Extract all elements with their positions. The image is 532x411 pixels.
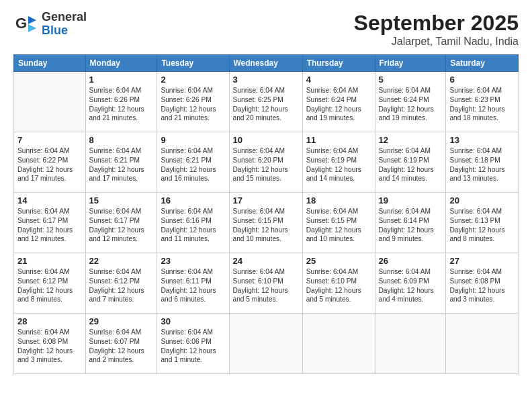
day-detail: Sunrise: 6:04 AM Sunset: 6:09 PM Dayligh… — [379, 267, 443, 304]
day-detail: Sunrise: 6:04 AM Sunset: 6:21 PM Dayligh… — [89, 146, 154, 183]
calendar-cell: 15Sunrise: 6:04 AM Sunset: 6:17 PM Dayli… — [85, 193, 157, 253]
day-detail: Sunrise: 6:04 AM Sunset: 6:25 PM Dayligh… — [233, 86, 299, 123]
calendar-cell — [446, 314, 519, 374]
day-detail: Sunrise: 6:04 AM Sunset: 6:13 PM Dayligh… — [449, 207, 515, 244]
day-number: 18 — [306, 195, 371, 205]
logo: G General Blue — [13, 11, 87, 38]
calendar-cell: 17Sunrise: 6:04 AM Sunset: 6:15 PM Dayli… — [229, 193, 302, 253]
day-number: 5 — [379, 75, 443, 85]
day-detail: Sunrise: 6:04 AM Sunset: 6:18 PM Dayligh… — [449, 146, 515, 183]
day-detail: Sunrise: 6:04 AM Sunset: 6:24 PM Dayligh… — [379, 86, 443, 123]
day-detail: Sunrise: 6:04 AM Sunset: 6:10 PM Dayligh… — [306, 267, 371, 304]
header: G General Blue September 2025 Jalarpet, … — [13, 11, 519, 48]
day-number: 17 — [233, 195, 299, 205]
day-number: 3 — [233, 75, 299, 85]
calendar-cell: 18Sunrise: 6:04 AM Sunset: 6:15 PM Dayli… — [302, 193, 375, 253]
day-detail: Sunrise: 6:04 AM Sunset: 6:16 PM Dayligh… — [161, 207, 225, 244]
day-number: 21 — [17, 256, 82, 266]
day-number: 10 — [233, 135, 299, 145]
day-number: 27 — [449, 256, 515, 266]
calendar-cell: 19Sunrise: 6:04 AM Sunset: 6:14 PM Dayli… — [375, 193, 446, 253]
day-detail: Sunrise: 6:04 AM Sunset: 6:22 PM Dayligh… — [17, 146, 82, 183]
calendar-cell: 27Sunrise: 6:04 AM Sunset: 6:08 PM Dayli… — [446, 253, 519, 314]
calendar-cell: 9Sunrise: 6:04 AM Sunset: 6:21 PM Daylig… — [157, 132, 229, 193]
calendar-cell: 4Sunrise: 6:04 AM Sunset: 6:24 PM Daylig… — [302, 72, 375, 132]
calendar-header-monday: Monday — [85, 55, 157, 72]
day-number: 9 — [161, 135, 225, 145]
calendar-cell: 8Sunrise: 6:04 AM Sunset: 6:21 PM Daylig… — [85, 132, 157, 193]
calendar-cell: 14Sunrise: 6:04 AM Sunset: 6:17 PM Dayli… — [14, 193, 86, 253]
calendar-cell — [229, 314, 302, 374]
day-detail: Sunrise: 6:04 AM Sunset: 6:11 PM Dayligh… — [161, 267, 225, 304]
calendar-cell: 22Sunrise: 6:04 AM Sunset: 6:12 PM Dayli… — [85, 253, 157, 314]
calendar-cell — [14, 72, 86, 132]
day-detail: Sunrise: 6:04 AM Sunset: 6:12 PM Dayligh… — [17, 267, 82, 304]
day-number: 1 — [89, 75, 154, 85]
calendar-week-2: 7Sunrise: 6:04 AM Sunset: 6:22 PM Daylig… — [14, 132, 519, 193]
calendar-header-friday: Friday — [375, 55, 446, 72]
calendar-header-sunday: Sunday — [14, 55, 86, 72]
day-detail: Sunrise: 6:04 AM Sunset: 6:07 PM Dayligh… — [89, 328, 154, 365]
day-number: 28 — [17, 316, 82, 326]
day-number: 20 — [449, 195, 515, 205]
day-number: 26 — [379, 256, 443, 266]
svg-text:G: G — [15, 15, 27, 32]
calendar-cell: 21Sunrise: 6:04 AM Sunset: 6:12 PM Dayli… — [14, 253, 86, 314]
day-detail: Sunrise: 6:04 AM Sunset: 6:19 PM Dayligh… — [379, 146, 443, 183]
day-number: 4 — [306, 75, 371, 85]
day-detail: Sunrise: 6:04 AM Sunset: 6:08 PM Dayligh… — [449, 267, 515, 304]
calendar-cell: 28Sunrise: 6:04 AM Sunset: 6:08 PM Dayli… — [14, 314, 86, 374]
calendar-week-4: 21Sunrise: 6:04 AM Sunset: 6:12 PM Dayli… — [14, 253, 519, 314]
calendar-location: Jalarpet, Tamil Nadu, India — [354, 36, 519, 48]
calendar-cell: 13Sunrise: 6:04 AM Sunset: 6:18 PM Dayli… — [446, 132, 519, 193]
calendar-cell — [302, 314, 375, 374]
calendar-cell: 24Sunrise: 6:04 AM Sunset: 6:10 PM Dayli… — [229, 253, 302, 314]
calendar-cell: 7Sunrise: 6:04 AM Sunset: 6:22 PM Daylig… — [14, 132, 86, 193]
logo-general-text: General — [42, 11, 87, 24]
calendar-cell: 5Sunrise: 6:04 AM Sunset: 6:24 PM Daylig… — [375, 72, 446, 132]
calendar-header-wednesday: Wednesday — [229, 55, 302, 72]
calendar-header-row: SundayMondayTuesdayWednesdayThursdayFrid… — [14, 55, 519, 72]
calendar-title: September 2025 — [354, 11, 519, 36]
calendar-cell: 20Sunrise: 6:04 AM Sunset: 6:13 PM Dayli… — [446, 193, 519, 253]
day-number: 15 — [89, 195, 154, 205]
calendar-cell: 3Sunrise: 6:04 AM Sunset: 6:25 PM Daylig… — [229, 72, 302, 132]
calendar-cell: 12Sunrise: 6:04 AM Sunset: 6:19 PM Dayli… — [375, 132, 446, 193]
logo-blue-text: Blue — [42, 24, 87, 38]
day-number: 24 — [233, 256, 299, 266]
calendar-cell: 23Sunrise: 6:04 AM Sunset: 6:11 PM Dayli… — [157, 253, 229, 314]
day-detail: Sunrise: 6:04 AM Sunset: 6:17 PM Dayligh… — [89, 207, 154, 244]
day-detail: Sunrise: 6:04 AM Sunset: 6:23 PM Dayligh… — [449, 86, 515, 123]
day-detail: Sunrise: 6:04 AM Sunset: 6:10 PM Dayligh… — [233, 267, 299, 304]
day-detail: Sunrise: 6:04 AM Sunset: 6:15 PM Dayligh… — [233, 207, 299, 244]
calendar-header-saturday: Saturday — [446, 55, 519, 72]
day-detail: Sunrise: 6:04 AM Sunset: 6:15 PM Dayligh… — [306, 207, 371, 244]
day-number: 6 — [449, 75, 515, 85]
calendar-cell: 1Sunrise: 6:04 AM Sunset: 6:26 PM Daylig… — [85, 72, 157, 132]
day-number: 22 — [89, 256, 154, 266]
day-number: 2 — [161, 75, 225, 85]
day-number: 25 — [306, 256, 371, 266]
calendar-cell: 10Sunrise: 6:04 AM Sunset: 6:20 PM Dayli… — [229, 132, 302, 193]
day-number: 19 — [379, 195, 443, 205]
page: G General Blue September 2025 Jalarpet, … — [0, 0, 532, 411]
day-detail: Sunrise: 6:04 AM Sunset: 6:26 PM Dayligh… — [89, 86, 154, 123]
day-detail: Sunrise: 6:04 AM Sunset: 6:20 PM Dayligh… — [233, 146, 299, 183]
calendar-cell: 11Sunrise: 6:04 AM Sunset: 6:19 PM Dayli… — [302, 132, 375, 193]
day-number: 7 — [17, 135, 82, 145]
day-number: 12 — [379, 135, 443, 145]
day-detail: Sunrise: 6:04 AM Sunset: 6:17 PM Dayligh… — [17, 207, 82, 244]
day-detail: Sunrise: 6:04 AM Sunset: 6:19 PM Dayligh… — [306, 146, 371, 183]
day-number: 16 — [161, 195, 225, 205]
day-detail: Sunrise: 6:04 AM Sunset: 6:14 PM Dayligh… — [379, 207, 443, 244]
calendar-header-tuesday: Tuesday — [157, 55, 229, 72]
day-number: 23 — [161, 256, 225, 266]
calendar-week-1: 1Sunrise: 6:04 AM Sunset: 6:26 PM Daylig… — [14, 72, 519, 132]
day-detail: Sunrise: 6:04 AM Sunset: 6:26 PM Dayligh… — [161, 86, 225, 123]
day-number: 30 — [161, 316, 225, 326]
day-detail: Sunrise: 6:04 AM Sunset: 6:12 PM Dayligh… — [89, 267, 154, 304]
title-block: September 2025 Jalarpet, Tamil Nadu, Ind… — [354, 11, 519, 48]
calendar-week-3: 14Sunrise: 6:04 AM Sunset: 6:17 PM Dayli… — [14, 193, 519, 253]
calendar-cell: 2Sunrise: 6:04 AM Sunset: 6:26 PM Daylig… — [157, 72, 229, 132]
calendar-cell: 29Sunrise: 6:04 AM Sunset: 6:07 PM Dayli… — [85, 314, 157, 374]
